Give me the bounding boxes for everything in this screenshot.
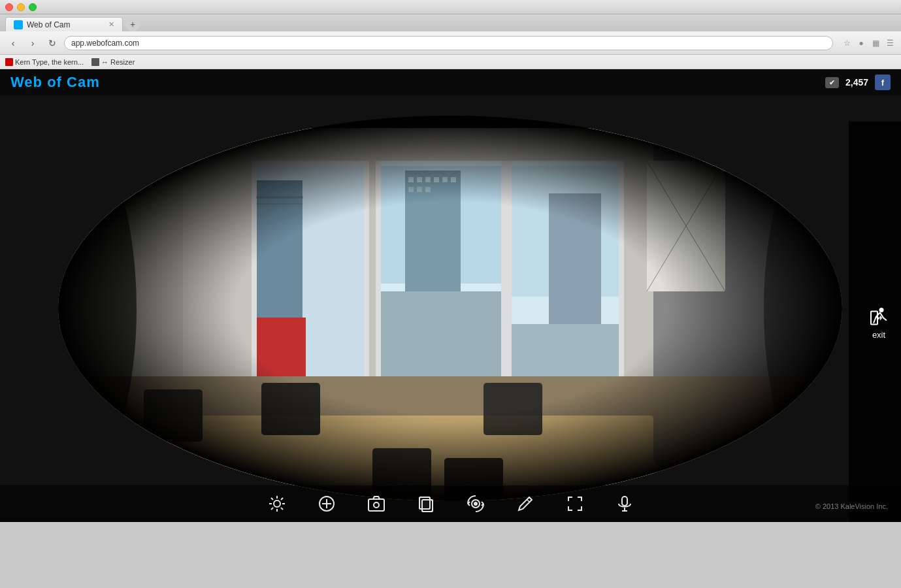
fullscreen-button[interactable]: [563, 492, 587, 515]
bookmarks-bar: Kern Type, the kern... ↔ Resizer: [0, 55, 901, 69]
svg-rect-79: [419, 497, 430, 509]
svg-rect-84: [622, 497, 627, 506]
new-tab-button[interactable]: +: [125, 17, 140, 31]
back-button[interactable]: ‹: [5, 35, 21, 51]
tab-title: Web of Cam: [27, 20, 70, 29]
svg-point-87: [879, 308, 884, 312]
snapshot-button[interactable]: [365, 492, 388, 515]
svg-point-63: [274, 500, 280, 507]
refresh-button[interactable]: ↻: [44, 35, 60, 51]
maximize-window-button[interactable]: [29, 3, 37, 11]
bookmark-favicon: [5, 58, 13, 66]
follower-count: 2,457: [845, 77, 868, 88]
browser-toolbar: ‹ › ↻ app.webofcam.com ☆ ● ▦ ☰: [0, 31, 901, 55]
browser-action-icons: ☆ ● ▦ ☰: [841, 37, 896, 49]
facebook-button[interactable]: f: [875, 74, 891, 90]
app-container: Web of Cam ✔ 2,457 f: [0, 69, 901, 522]
app-logo: Web of Cam: [10, 74, 100, 91]
tab-bar: Web of Cam ✕ +: [0, 14, 901, 31]
right-panel: exit: [849, 122, 901, 522]
address-bar[interactable]: app.webofcam.com: [64, 36, 833, 50]
camera-view: exit © 2013 KaleVision Inc.: [0, 95, 901, 522]
os-window-controls[interactable]: [5, 3, 37, 11]
brightness-button[interactable]: [265, 492, 289, 515]
exit-label: exit: [872, 329, 885, 339]
app-header: Web of Cam ✔ 2,457 f: [0, 69, 901, 95]
svg-rect-75: [369, 499, 384, 511]
pencil-button[interactable]: [514, 492, 537, 515]
svg-line-68: [271, 498, 273, 500]
exit-button[interactable]: exit: [857, 297, 901, 347]
tab-favicon: [14, 20, 23, 29]
profile-icon[interactable]: ●: [855, 37, 867, 49]
svg-line-70: [281, 498, 283, 500]
header-right: ✔ 2,457 f: [825, 74, 891, 90]
add-button[interactable]: [315, 492, 338, 515]
svg-rect-61: [0, 95, 58, 522]
exit-icon: [867, 304, 891, 328]
minimize-window-button[interactable]: [17, 3, 25, 11]
svg-line-83: [527, 499, 530, 502]
bookmark-label: Kern Type, the kern...: [15, 58, 84, 66]
extensions-icon[interactable]: ▦: [870, 37, 881, 49]
bookmark-favicon-2: [91, 58, 99, 66]
checkmark-badge[interactable]: ✔: [825, 77, 839, 88]
star-icon[interactable]: ☆: [841, 37, 853, 49]
active-tab[interactable]: Web of Cam ✕: [5, 17, 123, 31]
svg-point-82: [474, 502, 478, 506]
bottom-toolbar: [0, 485, 901, 522]
checkmark-icon: ✔: [829, 78, 835, 87]
copyright: © 2013 KaleVision Inc.: [815, 502, 888, 510]
bookmark-label-2: ↔ Resizer: [101, 58, 135, 66]
copy-button[interactable]: [414, 492, 438, 515]
microphone-button[interactable]: [613, 492, 636, 515]
os-titlebar: [0, 0, 901, 14]
svg-line-71: [271, 508, 273, 510]
forward-button[interactable]: ›: [25, 35, 41, 51]
camera-fisheye-image: [0, 95, 901, 522]
bookmark-resizer[interactable]: ↔ Resizer: [91, 58, 135, 66]
svg-point-76: [374, 502, 379, 508]
tab-close-button[interactable]: ✕: [108, 20, 114, 29]
bookmark-kern[interactable]: Kern Type, the kern...: [5, 58, 84, 66]
address-text: app.webofcam.com: [71, 39, 139, 48]
menu-icon[interactable]: ☰: [884, 37, 896, 49]
svg-line-69: [281, 508, 283, 510]
ptz-button[interactable]: [464, 492, 487, 515]
close-window-button[interactable]: [5, 3, 13, 11]
